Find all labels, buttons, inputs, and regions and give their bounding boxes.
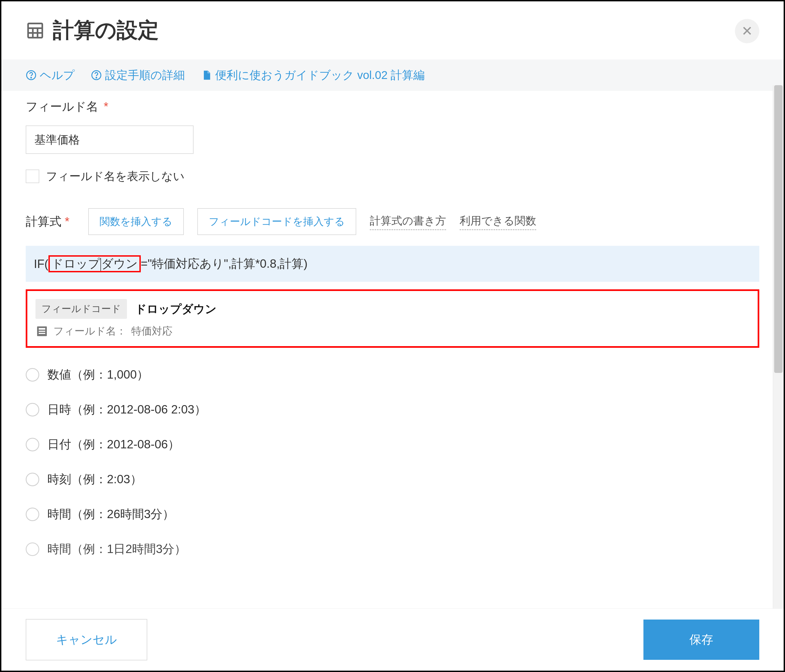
- svg-point-8: [96, 77, 97, 78]
- calculator-icon: [26, 21, 45, 40]
- document-icon: [201, 70, 212, 81]
- fieldcode-tooltip: フィールドコード ドロップダウン フィールド名：特価対応: [26, 289, 759, 348]
- fieldname-label: フィールド名: [26, 99, 98, 115]
- fieldname-value-text: 特価対応: [131, 324, 172, 338]
- radio-option[interactable]: 日付（例：2012-08-06）: [26, 437, 759, 452]
- cancel-button[interactable]: キャンセル: [26, 619, 147, 660]
- question-icon: [26, 70, 36, 81]
- formula-label: 計算式 *: [26, 214, 69, 229]
- vertical-scrollbar[interactable]: [773, 85, 783, 608]
- formula-text-suffix: ="特価対応あり",計算*0.8,計算): [141, 256, 308, 272]
- dialog-header: 計算の設定 ✕: [2, 2, 783, 59]
- formula-text-prefix: IF(: [34, 257, 48, 271]
- details-link-label: 設定手順の詳細: [105, 68, 185, 83]
- svg-rect-0: [28, 23, 42, 37]
- radio-option[interactable]: 数値（例：1,000）: [26, 367, 759, 383]
- radio-circle: [26, 368, 39, 382]
- svg-rect-10: [39, 328, 45, 330]
- radio-label: 日付（例：2012-08-06）: [47, 437, 180, 452]
- radio-label: 日時（例：2012-08-06 2:03）: [47, 402, 206, 418]
- radio-option[interactable]: 時間（例：1日2時間3分）: [26, 541, 759, 557]
- dialog-frame: 計算の設定 ✕ ヘルプ 設定手順の詳細 便利に使おうガイドブック vol.02 …: [0, 0, 785, 672]
- field-icon: [36, 325, 48, 338]
- radio-circle: [26, 403, 39, 416]
- dialog-body: フィールド名 * フィールド名を表示しない 計算式 * 関数を挿入する フィール…: [2, 85, 783, 608]
- required-mark: *: [104, 100, 108, 113]
- display-format-radios: 数値（例：1,000） 日時（例：2012-08-06 2:03） 日付（例：2…: [26, 367, 759, 557]
- hide-fieldname-row: フィールド名を表示しない: [26, 169, 759, 184]
- guidebook-link-label: 便利に使おうガイドブック vol.02 計算編: [215, 68, 425, 83]
- help-link-label: ヘルプ: [40, 68, 75, 83]
- radio-circle: [26, 508, 39, 521]
- radio-circle: [26, 543, 39, 556]
- text-caret: [100, 258, 101, 271]
- fieldname-label-row: フィールド名 *: [26, 99, 759, 115]
- radio-option[interactable]: 日時（例：2012-08-06 2:03）: [26, 402, 759, 418]
- fieldname-input[interactable]: [26, 125, 194, 154]
- how-to-write-link[interactable]: 計算式の書き方: [370, 214, 446, 230]
- function-list-link[interactable]: 利用できる関数: [460, 214, 536, 230]
- svg-point-6: [31, 77, 32, 78]
- radio-option[interactable]: 時間（例：26時間3分）: [26, 506, 759, 522]
- formula-toolbar: 計算式 * 関数を挿入する フィールドコードを挿入する 計算式の書き方 利用でき…: [26, 208, 759, 235]
- save-button[interactable]: 保存: [643, 619, 759, 660]
- insert-function-button[interactable]: 関数を挿入する: [88, 208, 184, 235]
- details-link[interactable]: 設定手順の詳細: [91, 68, 185, 83]
- close-button[interactable]: ✕: [735, 19, 759, 43]
- hide-fieldname-checkbox[interactable]: [26, 170, 39, 183]
- required-mark: *: [65, 215, 69, 228]
- radio-label: 数値（例：1,000）: [47, 367, 149, 383]
- question-icon: [91, 70, 102, 81]
- radio-label: 時刻（例：2:03）: [47, 471, 142, 487]
- dialog-footer: キャンセル 保存: [2, 608, 783, 670]
- svg-rect-11: [39, 331, 45, 332]
- dialog-title: 計算の設定: [53, 16, 159, 45]
- scrollbar-thumb[interactable]: [774, 85, 783, 373]
- close-icon: ✕: [741, 23, 753, 39]
- svg-rect-12: [39, 333, 45, 334]
- insert-fieldcode-button[interactable]: フィールドコードを挿入する: [197, 208, 356, 235]
- formula-highlighted-token: ドロップダウン: [48, 255, 141, 272]
- formula-input[interactable]: IF(ドロップダウン="特価対応あり",計算*0.8,計算): [26, 246, 759, 282]
- guidebook-link[interactable]: 便利に使おうガイドブック vol.02 計算編: [201, 68, 425, 83]
- radio-option[interactable]: 時刻（例：2:03）: [26, 471, 759, 487]
- radio-circle: [26, 473, 39, 486]
- hide-fieldname-label: フィールド名を表示しない: [46, 169, 185, 184]
- fieldcode-chip: フィールドコード: [36, 299, 127, 319]
- radio-label: 時間（例：26時間3分）: [47, 506, 174, 522]
- fieldcode-value: ドロップダウン: [135, 301, 217, 317]
- help-link[interactable]: ヘルプ: [26, 68, 75, 83]
- radio-circle: [26, 438, 39, 451]
- radio-label: 時間（例：1日2時間3分）: [47, 541, 186, 557]
- fieldname-label-text: フィールド名：: [53, 324, 127, 338]
